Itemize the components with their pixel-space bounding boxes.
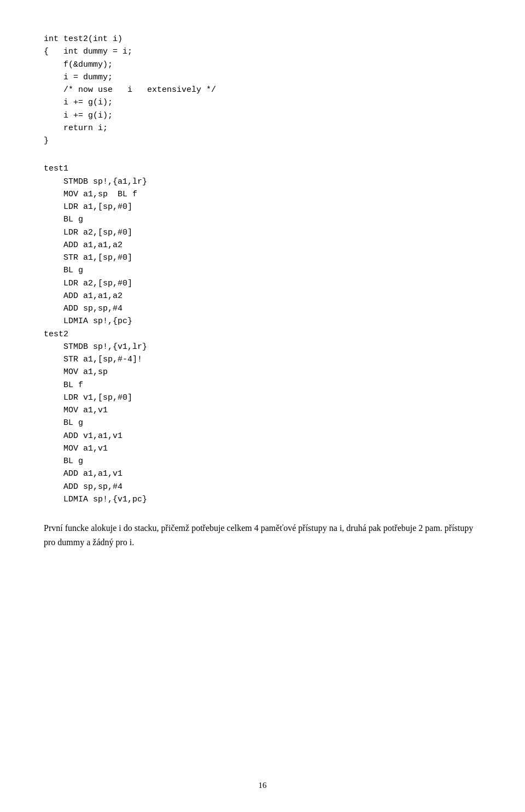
page-number: 16 (259, 781, 267, 790)
prose-paragraph: První funcke alokuje i do stacku, přičem… (44, 521, 481, 549)
code-block-test1-asm: test1 STMDB sp!,{a1,lr} MOV a1,sp BL f L… (44, 162, 481, 506)
page-number-container: 16 (0, 780, 525, 790)
code-block-test2-c: int test2(int i) { int dummy = i; f(&dum… (44, 33, 481, 147)
page-container: int test2(int i) { int dummy = i; f(&dum… (0, 0, 525, 812)
